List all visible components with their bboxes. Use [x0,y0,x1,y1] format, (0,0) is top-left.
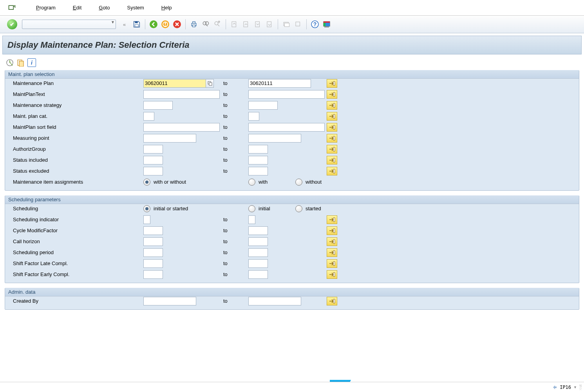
radio-with[interactable] [248,179,255,186]
multiple-selection-button[interactable] [327,112,337,121]
next-page-button[interactable] [252,19,263,30]
multiple-selection-button[interactable] [327,134,337,143]
last-page-button[interactable] [264,19,275,30]
multiple-selection-button[interactable] [327,156,337,164]
group-admin-data: Admin. data Created By to [5,288,579,310]
layout-menu-button[interactable] [321,19,332,30]
shift-early-from[interactable] [143,270,163,279]
sort-field-from[interactable] [143,123,220,132]
maint-strategy-from[interactable] [143,101,173,110]
row-maint-strategy: Maintenance strategy to [8,100,576,110]
get-variant-button[interactable] [16,58,25,67]
menu-goto[interactable]: Goto [90,5,118,11]
multiple-selection-button[interactable] [327,215,337,224]
radio-initial-or-started[interactable] [143,205,150,212]
measuring-point-from[interactable] [143,134,196,143]
row-sort-field: MaintPlan sort field to [8,122,576,132]
menu-program[interactable]: Program [27,5,64,11]
row-maint-plan-text: MaintPlanText to [8,89,576,99]
cancel-button[interactable] [172,19,183,30]
maint-plan-cat-from[interactable] [143,112,154,121]
find-button[interactable] [200,19,211,30]
shift-late-from[interactable] [143,259,163,268]
multiple-selection-button[interactable] [327,270,337,279]
maint-plan-to[interactable] [248,79,311,88]
multiple-selection-button[interactable] [327,259,337,268]
shift-early-to[interactable] [248,270,268,279]
authoriz-group-to[interactable] [248,145,268,154]
selection-info-button[interactable]: i [27,58,36,67]
radio-initial[interactable] [248,205,255,212]
menu-system[interactable]: System [118,5,152,11]
cycle-modif-from[interactable] [143,226,163,235]
svg-point-3 [150,20,157,28]
status-included-from[interactable] [143,156,163,164]
radio-with-or-without[interactable] [143,179,150,186]
sched-period-to[interactable] [248,248,268,257]
multiple-selection-button[interactable] [327,123,337,132]
svg-rect-1 [135,22,138,23]
first-page-button[interactable] [229,19,240,30]
row-item-assignments: Maintenance item assignments with or wit… [8,177,576,187]
created-by-from[interactable] [143,297,196,305]
print-button[interactable] [188,19,199,30]
row-maint-plan-cat: Maint. plan cat. to [8,111,576,121]
row-status-excluded: Status excluded to [8,166,576,176]
f4-help-button[interactable] [206,79,214,88]
multiple-selection-button[interactable] [327,226,337,235]
multiple-selection-button[interactable] [327,248,337,257]
created-by-to[interactable] [248,297,301,305]
call-horizon-from[interactable] [143,237,163,246]
multiple-selection-button[interactable] [327,237,337,246]
maint-strategy-to[interactable] [248,101,278,110]
exit-button[interactable] [160,19,171,30]
svg-rect-0 [9,5,14,9]
radio-started[interactable] [295,205,302,212]
new-session-button[interactable] [281,19,292,30]
application-toolbar: i [2,54,582,70]
maint-plan-from[interactable] [143,79,206,88]
shift-late-to[interactable] [248,259,268,268]
group-maint-plan-selection: Maint. plan selection Maintenance Plan t… [5,70,579,191]
multiple-selection-button[interactable] [327,145,337,154]
sched-indicator-to[interactable] [248,215,255,224]
create-shortcut-button[interactable] [293,19,304,30]
call-horizon-to[interactable] [248,237,268,246]
status-excluded-to[interactable] [248,167,268,175]
status-included-to[interactable] [248,156,268,164]
status-excluded-from[interactable] [143,167,163,175]
collapse-icon[interactable]: « [123,22,126,27]
sort-field-to[interactable] [248,123,325,132]
maint-plan-text-from[interactable] [143,90,220,99]
enter-button[interactable] [7,19,17,29]
multiple-selection-button[interactable] [327,79,337,88]
multiple-selection-button[interactable] [327,90,337,99]
authoriz-group-from[interactable] [143,145,163,154]
cycle-modif-to[interactable] [248,226,268,235]
measuring-point-to[interactable] [248,134,301,143]
command-dropdown-icon[interactable]: ▼ [111,20,115,24]
multiple-selection-button[interactable] [327,101,337,110]
maint-plan-text-to[interactable] [248,90,325,99]
radio-without[interactable] [295,179,302,186]
multiple-selection-button[interactable] [327,167,337,175]
row-scheduling-indicator: Scheduling indicator to [8,214,576,225]
sched-period-from[interactable] [143,248,163,257]
save-button[interactable] [131,19,142,30]
row-created-by: Created By to [8,296,576,306]
execute-button[interactable] [5,58,14,67]
help-button[interactable]: ? [309,19,320,30]
command-field[interactable] [22,20,116,29]
find-next-button[interactable]: + [212,19,223,30]
prev-page-button[interactable] [240,19,251,30]
svg-rect-30 [19,61,24,67]
maint-plan-cat-to[interactable] [248,112,259,121]
menu-help[interactable]: Help [153,5,181,11]
standard-toolbar: ▼ « + ? [0,16,584,33]
svg-rect-26 [325,23,330,26]
multiple-selection-button[interactable] [327,297,337,305]
svg-rect-8 [193,22,195,23]
back-button[interactable] [148,19,159,30]
sched-indicator-from[interactable] [143,215,150,224]
menu-edit[interactable]: Edit [64,5,90,11]
